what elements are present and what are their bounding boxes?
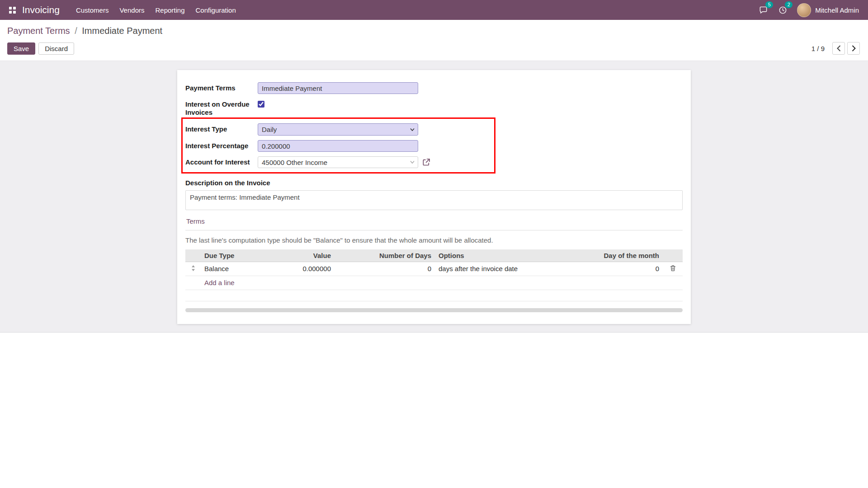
save-button[interactable]: Save [7,42,35,55]
breadcrumb-parent-link[interactable]: Payment Terms [7,26,70,36]
field-row-interest-on-overdue: Interest on Overdue Invoices [185,99,683,116]
add-line-row: Add a line [185,276,683,290]
content-area: Payment Terms Interest on Overdue Invoic… [0,61,868,333]
cell-number-of-days[interactable]: 0 [335,262,435,276]
app-name[interactable]: Invoicing [22,5,60,15]
apps-grid-icon [9,7,16,14]
control-panel-actions: Save Discard 1 / 9 [7,42,860,55]
payment-terms-label: Payment Terms [185,82,258,92]
nav-item-configuration[interactable]: Configuration [190,0,241,20]
form-sheet: Payment Terms Interest on Overdue Invoic… [177,70,691,324]
nav-item-customers[interactable]: Customers [71,0,114,20]
terms-help-text: The last line's computation type should … [185,236,683,244]
table-row: Balance 0.000000 0 days after the invoic… [185,262,683,276]
discard-button[interactable]: Discard [38,42,74,55]
chevron-left-icon [836,45,841,52]
field-row-interest-type: Interest Type Daily [185,123,491,136]
messages-badge: 5 [765,1,773,8]
interest-on-overdue-label: Interest on Overdue Invoices [185,99,258,116]
cell-day-of-month[interactable]: 0 [564,262,663,276]
highlight-box: Interest Type Daily Interest Percentage [181,117,495,174]
breadcrumb-current: Immediate Payment [82,26,162,36]
col-header-options[interactable]: Options [435,249,564,262]
top-navbar: Invoicing Customers Vendors Reporting Co… [0,0,868,20]
breadcrumb: Payment Terms / Immediate Payment [7,26,860,36]
pager-previous-button[interactable] [832,42,845,55]
notebook-tabs: Terms [185,217,683,230]
m2o-dropdown-icon[interactable] [410,161,415,164]
account-for-interest-input[interactable] [258,156,418,168]
col-header-due-type[interactable]: Due Type [201,249,281,262]
drag-handle-icon [191,265,195,271]
row-drag-handle[interactable] [185,262,201,276]
breadcrumb-separator: / [75,26,77,36]
col-header-delete [663,249,683,262]
interest-type-select[interactable]: Daily [258,123,418,136]
control-panel: Payment Terms / Immediate Payment Save D… [0,20,868,61]
nav-item-vendors[interactable]: Vendors [114,0,150,20]
col-header-value[interactable]: Value [281,249,335,262]
chevron-right-icon [851,45,856,52]
nav-item-reporting[interactable]: Reporting [150,0,190,20]
trash-icon [670,265,676,272]
col-header-handle [185,249,201,262]
col-header-day-of-month[interactable]: Day of the month [564,249,663,262]
user-menu[interactable]: Mitchell Admin [797,3,859,17]
field-row-payment-terms: Payment Terms [185,82,683,94]
page: Invoicing Customers Vendors Reporting Co… [0,0,868,488]
interest-on-overdue-checkbox[interactable] [258,101,264,108]
pager-next-button[interactable] [847,42,860,55]
interest-type-label: Interest Type [185,123,258,133]
payment-terms-input[interactable] [258,82,418,94]
table-header-row: Due Type Value Number of Days Options Da… [185,249,683,262]
user-name: Mitchell Admin [815,6,859,14]
apps-menu-button[interactable] [5,3,20,17]
cell-value[interactable]: 0.000000 [281,262,335,276]
navbar-systray: 5 2 Mitchell Admin [758,3,859,17]
cell-options[interactable]: days after the invoice date [435,262,564,276]
activities-badge: 2 [785,1,793,8]
add-a-line-link[interactable]: Add a line [204,279,235,286]
description-label: Description on the Invoice [185,179,683,187]
external-link-icon [422,158,430,166]
account-for-interest-label: Account for Interest [185,156,258,166]
pager-value[interactable]: 1 / 9 [811,45,825,52]
messages-button[interactable]: 5 [758,5,769,15]
field-row-account-for-interest: Account for Interest [185,156,491,168]
field-row-interest-percentage: Interest Percentage [185,140,491,152]
pager: 1 / 9 [811,42,860,55]
cell-due-type[interactable]: Balance [201,262,281,276]
col-header-number-of-days[interactable]: Number of Days [335,249,435,262]
interest-percentage-input[interactable] [258,140,418,152]
main-menu: Customers Vendors Reporting Configuratio… [71,0,241,20]
row-delete-button[interactable] [663,262,683,276]
horizontal-scrollbar[interactable] [185,308,683,312]
external-link-button[interactable] [422,158,430,166]
user-avatar [797,3,811,17]
description-textarea[interactable]: Payment terms: Immediate Payment [185,190,683,210]
activities-button[interactable]: 2 [778,5,788,15]
terms-table: Due Type Value Number of Days Options Da… [185,249,683,301]
tab-terms[interactable]: Terms [186,217,205,225]
empty-row [185,290,683,301]
interest-percentage-label: Interest Percentage [185,140,258,150]
